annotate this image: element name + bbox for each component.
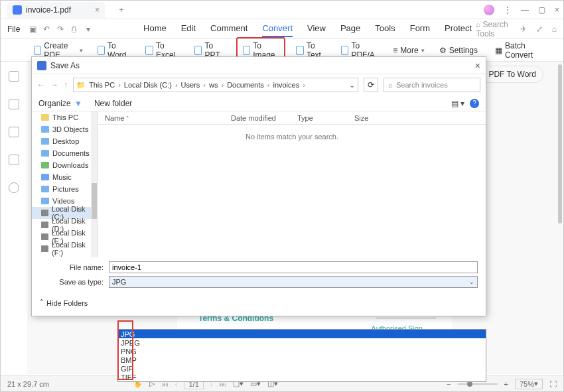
maximize-button[interactable]: ▢ <box>538 5 545 15</box>
share-icon[interactable]: ✈ <box>520 25 527 34</box>
vertical-scrollbar[interactable] <box>555 64 562 374</box>
hide-folders-toggle[interactable]: ˄ Hide Folders <box>32 294 486 311</box>
minimize-button[interactable]: — <box>521 5 529 15</box>
tab-tools[interactable]: Tools <box>375 21 395 37</box>
tab-home[interactable]: Home <box>143 21 167 37</box>
more-button[interactable]: ≡ More▾ <box>389 43 428 58</box>
save-icon[interactable]: ▣ <box>28 23 38 35</box>
tree-node[interactable]: Desktop <box>32 135 98 147</box>
refresh-button[interactable]: ⟳ <box>364 78 378 92</box>
tab-form[interactable]: Form <box>410 21 430 37</box>
comment-icon[interactable] <box>9 127 19 137</box>
redo-icon[interactable]: ↷ <box>56 23 66 35</box>
titlebar: invoice-1.pdf × + ⋮ — ▢ × <box>1 1 563 19</box>
saveastype-select[interactable]: JPG⌄ <box>109 276 478 288</box>
help-button[interactable]: ? <box>470 99 479 108</box>
format-option[interactable]: BMP <box>118 356 486 364</box>
close-window-button[interactable]: × <box>555 5 559 15</box>
zoom-in-icon[interactable]: + <box>504 380 508 388</box>
search-left-icon[interactable] <box>9 182 19 193</box>
profile-icon[interactable] <box>484 5 494 15</box>
bookmark-icon[interactable] <box>9 99 19 109</box>
empty-message: No items match your search. <box>98 133 486 141</box>
tree-node[interactable]: Pictures <box>32 183 98 195</box>
tree-node[interactable]: Music <box>32 171 98 183</box>
menu-bar: File ▣ ↶ ↷ ⎙ ▾ HomeEditCommentConvertVie… <box>1 19 563 39</box>
nav-up-icon[interactable]: ↑ <box>64 80 68 90</box>
tree-scrollbar[interactable] <box>92 183 97 219</box>
pdf-doc-icon <box>13 5 22 15</box>
dialog-icon <box>37 61 46 70</box>
filename-label: File name: <box>58 263 104 271</box>
save-as-dialog: Save As × ← → ↑ 📁This PC›Local Disk (C:)… <box>31 56 486 316</box>
left-sidebar <box>1 62 27 373</box>
tree-node[interactable]: Documents <box>32 147 98 159</box>
tab-page[interactable]: Page <box>340 21 360 37</box>
tab-convert[interactable]: Convert <box>262 21 293 37</box>
tab-protect[interactable]: Protect <box>445 21 472 37</box>
print-icon[interactable]: ⎙ <box>70 23 80 35</box>
dropdown-icon[interactable]: ▾ <box>83 23 93 35</box>
search-tools[interactable]: ⌕ Search Tools <box>476 20 511 38</box>
close-tab-icon[interactable]: × <box>95 5 100 15</box>
format-option[interactable]: PNG <box>118 347 486 356</box>
thumbnails-icon[interactable] <box>9 71 19 82</box>
new-tab-button[interactable]: + <box>115 4 127 16</box>
format-option[interactable]: JPEG <box>118 338 486 347</box>
address-bar[interactable]: 📁This PC›Local Disk (C:)›Users›ws›Docume… <box>73 78 358 92</box>
tree-node[interactable]: Local Disk (F:) <box>32 243 98 255</box>
home-icon[interactable]: ⌂ <box>552 25 557 34</box>
column-headers[interactable]: Name ˄ Date modified Type Size <box>98 111 486 125</box>
cloud-icon[interactable]: ⤢ <box>536 25 543 34</box>
settings-button[interactable]: ⚙ Settings <box>435 43 482 58</box>
format-option[interactable]: TIFF <box>118 373 486 381</box>
saveastype-dropdown[interactable]: JPGJPEGPNGBMPGIFTIFF <box>117 329 486 382</box>
view-mode-button[interactable]: ▤ ▾ <box>451 99 464 108</box>
search-field[interactable]: ⌕ Search invoices <box>384 78 480 92</box>
format-option[interactable]: GIF <box>118 364 486 373</box>
tab-view[interactable]: View <box>307 21 326 37</box>
file-menu[interactable]: File <box>7 25 20 34</box>
col-date: Date modified <box>224 114 291 122</box>
nav-back-icon[interactable]: ← <box>37 80 45 90</box>
kebab-icon[interactable]: ⋮ <box>504 5 512 15</box>
saveastype-label: Save as type: <box>58 278 104 286</box>
tree-node[interactable]: 3D Objects <box>32 123 98 135</box>
fullscreen-icon[interactable]: ⛶ <box>549 380 557 388</box>
path-seg[interactable]: invoices <box>273 81 299 89</box>
tab-comment[interactable]: Comment <box>210 21 247 37</box>
nav-fwd-icon[interactable]: → <box>50 80 58 90</box>
batch-convert-button[interactable]: ▦ Batch Convert <box>491 38 537 62</box>
format-option[interactable]: JPG <box>118 330 486 338</box>
path-seg[interactable]: ws <box>209 81 218 89</box>
col-size: Size <box>348 114 388 122</box>
tree-node[interactable]: This PC <box>32 111 98 123</box>
zoom-slider[interactable] <box>458 383 498 385</box>
tree-node[interactable]: Downloads <box>32 159 98 171</box>
path-seg[interactable]: Local Disk (C:) <box>124 81 172 89</box>
filename-input[interactable] <box>109 261 478 273</box>
dialog-close-button[interactable]: × <box>475 60 480 71</box>
new-folder-button[interactable]: New folder <box>94 99 132 108</box>
path-seg[interactable]: This PC <box>89 81 115 89</box>
organize-menu[interactable]: Organize ▼ <box>38 99 82 108</box>
main-tabs: HomeEditCommentConvertViewPageToolsFormP… <box>143 21 472 37</box>
zoom-value[interactable]: 75% ▾ <box>515 379 543 389</box>
path-seg[interactable]: Documents <box>227 81 264 89</box>
col-name: Name ˄ <box>98 114 224 122</box>
page-dimensions: 21 x 29.7 cm <box>7 380 49 388</box>
dialog-title: Save As <box>50 61 80 70</box>
folder-tree[interactable]: This PC3D ObjectsDesktopDocumentsDownloa… <box>32 111 98 257</box>
col-type: Type <box>291 114 348 122</box>
attachment-icon[interactable] <box>9 155 19 165</box>
tab-title: invoice-1.pdf <box>26 5 71 15</box>
path-seg[interactable]: Users <box>181 81 200 89</box>
undo-icon[interactable]: ↶ <box>42 23 52 35</box>
document-tab[interactable]: invoice-1.pdf × <box>7 2 105 18</box>
tab-edit[interactable]: Edit <box>181 21 196 37</box>
